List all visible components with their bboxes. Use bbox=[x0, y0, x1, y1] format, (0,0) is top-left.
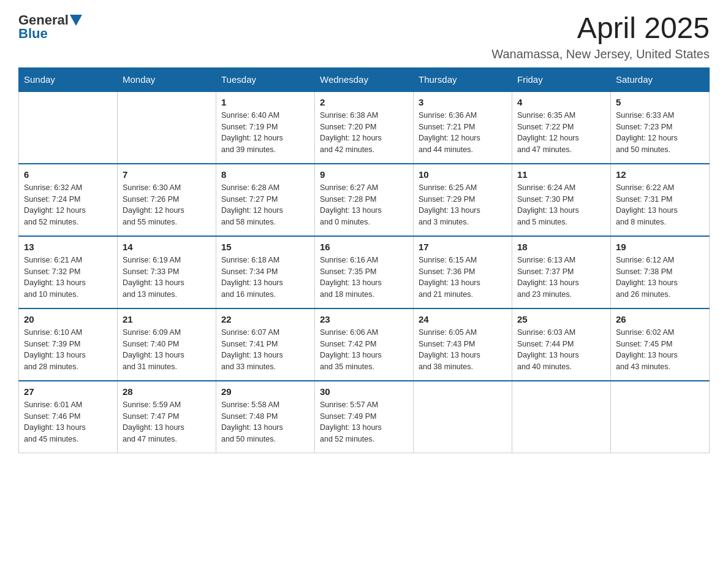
day-number: 9 bbox=[320, 169, 408, 180]
calendar-cell: 27Sunrise: 6:01 AM Sunset: 7:46 PM Dayli… bbox=[19, 381, 118, 453]
weekday-header-saturday: Saturday bbox=[611, 67, 710, 91]
logo-blue-text: Blue bbox=[18, 26, 48, 42]
calendar-cell: 8Sunrise: 6:28 AM Sunset: 7:27 PM Daylig… bbox=[216, 164, 315, 236]
calendar-cell: 6Sunrise: 6:32 AM Sunset: 7:24 PM Daylig… bbox=[19, 164, 118, 236]
calendar-week-1: 1Sunrise: 6:40 AM Sunset: 7:19 PM Daylig… bbox=[19, 91, 710, 164]
weekday-header-wednesday: Wednesday bbox=[315, 67, 414, 91]
day-info: Sunrise: 6:19 AM Sunset: 7:33 PM Dayligh… bbox=[123, 255, 211, 301]
day-info: Sunrise: 6:15 AM Sunset: 7:36 PM Dayligh… bbox=[419, 255, 507, 301]
day-info: Sunrise: 6:40 AM Sunset: 7:19 PM Dayligh… bbox=[221, 110, 309, 156]
day-info: Sunrise: 6:06 AM Sunset: 7:42 PM Dayligh… bbox=[320, 327, 408, 373]
calendar-cell bbox=[611, 381, 710, 453]
calendar-cell: 26Sunrise: 6:02 AM Sunset: 7:45 PM Dayli… bbox=[611, 308, 710, 381]
day-info: Sunrise: 5:58 AM Sunset: 7:48 PM Dayligh… bbox=[221, 399, 309, 445]
calendar-cell: 23Sunrise: 6:06 AM Sunset: 7:42 PM Dayli… bbox=[315, 308, 414, 381]
day-info: Sunrise: 6:30 AM Sunset: 7:26 PM Dayligh… bbox=[123, 182, 211, 228]
weekday-header-monday: Monday bbox=[118, 67, 216, 91]
day-number: 15 bbox=[221, 242, 309, 252]
day-info: Sunrise: 6:12 AM Sunset: 7:38 PM Dayligh… bbox=[616, 255, 704, 301]
day-number: 20 bbox=[24, 314, 112, 324]
calendar-week-2: 6Sunrise: 6:32 AM Sunset: 7:24 PM Daylig… bbox=[19, 164, 710, 236]
calendar-cell: 22Sunrise: 6:07 AM Sunset: 7:41 PM Dayli… bbox=[216, 308, 315, 381]
logo-triangle-icon bbox=[70, 15, 82, 26]
day-number: 3 bbox=[419, 97, 507, 107]
day-number: 7 bbox=[123, 169, 211, 180]
calendar-cell: 20Sunrise: 6:10 AM Sunset: 7:39 PM Dayli… bbox=[19, 308, 118, 381]
weekday-header-thursday: Thursday bbox=[414, 67, 512, 91]
calendar-cell: 29Sunrise: 5:58 AM Sunset: 7:48 PM Dayli… bbox=[216, 381, 315, 453]
day-number: 23 bbox=[320, 314, 408, 324]
calendar-cell: 10Sunrise: 6:25 AM Sunset: 7:29 PM Dayli… bbox=[414, 164, 512, 236]
day-number: 10 bbox=[419, 169, 507, 180]
day-info: Sunrise: 6:28 AM Sunset: 7:27 PM Dayligh… bbox=[221, 182, 309, 228]
day-info: Sunrise: 6:03 AM Sunset: 7:44 PM Dayligh… bbox=[517, 327, 605, 373]
calendar-cell bbox=[118, 91, 216, 164]
calendar-week-4: 20Sunrise: 6:10 AM Sunset: 7:39 PM Dayli… bbox=[19, 308, 710, 381]
day-number: 19 bbox=[616, 242, 704, 252]
calendar-week-5: 27Sunrise: 6:01 AM Sunset: 7:46 PM Dayli… bbox=[19, 381, 710, 453]
day-info: Sunrise: 6:05 AM Sunset: 7:43 PM Dayligh… bbox=[419, 327, 507, 373]
day-number: 11 bbox=[517, 169, 605, 180]
calendar-cell: 25Sunrise: 6:03 AM Sunset: 7:44 PM Dayli… bbox=[512, 308, 611, 381]
day-number: 12 bbox=[616, 169, 704, 180]
location-title: Wanamassa, New Jersey, United States bbox=[491, 47, 710, 61]
day-info: Sunrise: 6:38 AM Sunset: 7:20 PM Dayligh… bbox=[320, 110, 408, 156]
day-number: 5 bbox=[616, 97, 704, 107]
title-section: April 2025 Wanamassa, New Jersey, United… bbox=[491, 12, 710, 61]
day-info: Sunrise: 6:33 AM Sunset: 7:23 PM Dayligh… bbox=[616, 110, 704, 156]
calendar-cell: 15Sunrise: 6:18 AM Sunset: 7:34 PM Dayli… bbox=[216, 236, 315, 308]
calendar-cell: 28Sunrise: 5:59 AM Sunset: 7:47 PM Dayli… bbox=[118, 381, 216, 453]
day-number: 13 bbox=[24, 242, 112, 252]
calendar-cell: 5Sunrise: 6:33 AM Sunset: 7:23 PM Daylig… bbox=[611, 91, 710, 164]
calendar-cell: 30Sunrise: 5:57 AM Sunset: 7:49 PM Dayli… bbox=[315, 381, 414, 453]
day-info: Sunrise: 6:16 AM Sunset: 7:35 PM Dayligh… bbox=[320, 255, 408, 301]
calendar-cell: 17Sunrise: 6:15 AM Sunset: 7:36 PM Dayli… bbox=[414, 236, 512, 308]
day-number: 22 bbox=[221, 314, 309, 324]
day-number: 8 bbox=[221, 169, 309, 180]
day-info: Sunrise: 6:07 AM Sunset: 7:41 PM Dayligh… bbox=[221, 327, 309, 373]
day-number: 30 bbox=[320, 386, 408, 397]
calendar-cell: 11Sunrise: 6:24 AM Sunset: 7:30 PM Dayli… bbox=[512, 164, 611, 236]
day-number: 29 bbox=[221, 386, 309, 397]
day-info: Sunrise: 6:21 AM Sunset: 7:32 PM Dayligh… bbox=[24, 255, 112, 301]
day-info: Sunrise: 6:25 AM Sunset: 7:29 PM Dayligh… bbox=[419, 182, 507, 228]
day-info: Sunrise: 6:13 AM Sunset: 7:37 PM Dayligh… bbox=[517, 255, 605, 301]
calendar-table: SundayMondayTuesdayWednesdayThursdayFrid… bbox=[18, 67, 710, 453]
calendar-cell: 16Sunrise: 6:16 AM Sunset: 7:35 PM Dayli… bbox=[315, 236, 414, 308]
calendar-cell bbox=[512, 381, 611, 453]
day-info: Sunrise: 6:32 AM Sunset: 7:24 PM Dayligh… bbox=[24, 182, 112, 228]
day-info: Sunrise: 6:09 AM Sunset: 7:40 PM Dayligh… bbox=[123, 327, 211, 373]
day-number: 1 bbox=[221, 97, 309, 107]
calendar-cell: 4Sunrise: 6:35 AM Sunset: 7:22 PM Daylig… bbox=[512, 91, 611, 164]
day-number: 2 bbox=[320, 97, 408, 107]
calendar-cell: 18Sunrise: 6:13 AM Sunset: 7:37 PM Dayli… bbox=[512, 236, 611, 308]
calendar-week-3: 13Sunrise: 6:21 AM Sunset: 7:32 PM Dayli… bbox=[19, 236, 710, 308]
day-info: Sunrise: 5:59 AM Sunset: 7:47 PM Dayligh… bbox=[123, 399, 211, 445]
calendar-header-row: SundayMondayTuesdayWednesdayThursdayFrid… bbox=[19, 67, 710, 91]
weekday-header-friday: Friday bbox=[512, 67, 611, 91]
day-info: Sunrise: 6:18 AM Sunset: 7:34 PM Dayligh… bbox=[221, 255, 309, 301]
day-number: 17 bbox=[419, 242, 507, 252]
day-info: Sunrise: 6:24 AM Sunset: 7:30 PM Dayligh… bbox=[517, 182, 605, 228]
calendar-cell: 13Sunrise: 6:21 AM Sunset: 7:32 PM Dayli… bbox=[19, 236, 118, 308]
calendar-body: 1Sunrise: 6:40 AM Sunset: 7:19 PM Daylig… bbox=[19, 91, 710, 453]
day-info: Sunrise: 6:02 AM Sunset: 7:45 PM Dayligh… bbox=[616, 327, 704, 373]
calendar-cell: 9Sunrise: 6:27 AM Sunset: 7:28 PM Daylig… bbox=[315, 164, 414, 236]
calendar-cell: 2Sunrise: 6:38 AM Sunset: 7:20 PM Daylig… bbox=[315, 91, 414, 164]
day-number: 6 bbox=[24, 169, 112, 180]
day-info: Sunrise: 5:57 AM Sunset: 7:49 PM Dayligh… bbox=[320, 399, 408, 445]
calendar-cell: 3Sunrise: 6:36 AM Sunset: 7:21 PM Daylig… bbox=[414, 91, 512, 164]
calendar-cell: 24Sunrise: 6:05 AM Sunset: 7:43 PM Dayli… bbox=[414, 308, 512, 381]
weekday-header-tuesday: Tuesday bbox=[216, 67, 315, 91]
calendar-cell: 19Sunrise: 6:12 AM Sunset: 7:38 PM Dayli… bbox=[611, 236, 710, 308]
day-number: 4 bbox=[517, 97, 605, 107]
day-number: 26 bbox=[616, 314, 704, 324]
calendar-cell: 7Sunrise: 6:30 AM Sunset: 7:26 PM Daylig… bbox=[118, 164, 216, 236]
day-info: Sunrise: 6:01 AM Sunset: 7:46 PM Dayligh… bbox=[24, 399, 112, 445]
day-info: Sunrise: 6:27 AM Sunset: 7:28 PM Dayligh… bbox=[320, 182, 408, 228]
logo: General Blue bbox=[18, 12, 83, 42]
calendar-cell: 14Sunrise: 6:19 AM Sunset: 7:33 PM Dayli… bbox=[118, 236, 216, 308]
day-info: Sunrise: 6:22 AM Sunset: 7:31 PM Dayligh… bbox=[616, 182, 704, 228]
calendar-cell: 1Sunrise: 6:40 AM Sunset: 7:19 PM Daylig… bbox=[216, 91, 315, 164]
calendar-cell bbox=[19, 91, 118, 164]
